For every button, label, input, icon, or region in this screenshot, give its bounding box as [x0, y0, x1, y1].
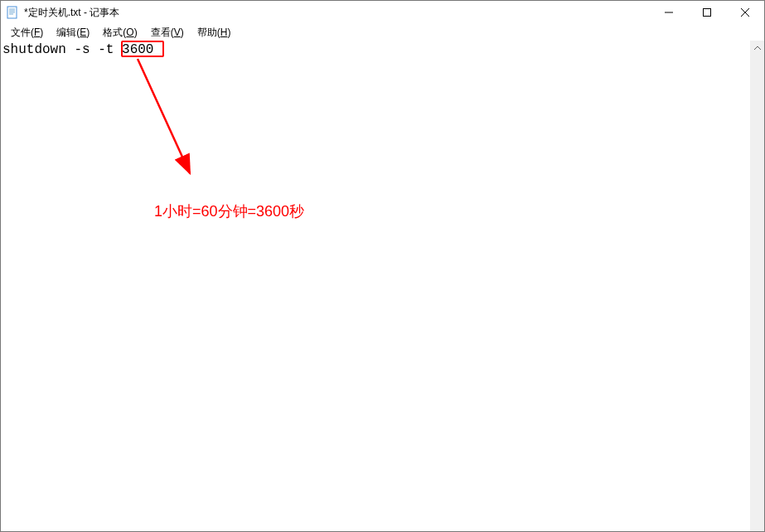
command-value: 3600: [122, 42, 153, 57]
close-button[interactable]: [726, 1, 764, 24]
window-controls: [650, 1, 764, 24]
menu-edit[interactable]: 编辑(E): [50, 25, 96, 41]
notepad-icon: [6, 6, 19, 19]
window-title: *定时关机.txt - 记事本: [24, 6, 650, 20]
editor-content[interactable]: shutdown -s -t 3600: [2, 42, 153, 57]
editor-area[interactable]: shutdown -s -t 3600 1小时=60分钟=3600秒: [1, 41, 764, 531]
menubar: 文件(F) 编辑(E) 格式(O) 查看(V) 帮助(H): [1, 24, 764, 41]
menu-view[interactable]: 查看(V): [144, 25, 191, 41]
titlebar: *定时关机.txt - 记事本: [1, 1, 764, 24]
menu-help[interactable]: 帮助(H): [191, 25, 238, 41]
scroll-up-icon[interactable]: [750, 41, 764, 55]
command-prefix: shutdown -s -t: [2, 42, 122, 57]
vertical-scrollbar[interactable]: [750, 41, 764, 531]
annotation-arrow: [1, 41, 765, 532]
annotation-text: 1小时=60分钟=3600秒: [154, 201, 304, 221]
menu-format[interactable]: 格式(O): [96, 25, 143, 41]
maximize-button[interactable]: [688, 1, 726, 24]
svg-line-10: [138, 59, 190, 173]
menu-file[interactable]: 文件(F): [4, 25, 50, 41]
minimize-button[interactable]: [650, 1, 688, 24]
svg-rect-6: [704, 9, 711, 17]
